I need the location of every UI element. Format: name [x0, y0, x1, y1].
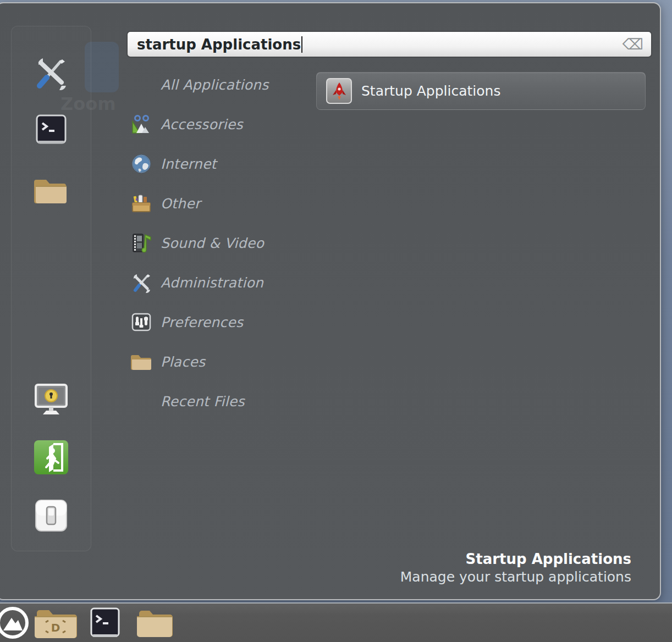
category-label: Places	[161, 354, 205, 370]
category-sound-video[interactable]: Sound & Video	[131, 223, 268, 263]
accessories-icon	[131, 114, 152, 135]
category-label: Administration	[161, 275, 263, 291]
sidebar-item-shutdown[interactable]	[34, 498, 69, 533]
selected-app-name: Startup Applications	[400, 551, 631, 567]
power-switch-icon	[35, 499, 68, 532]
preferences-sliders-icon	[131, 312, 152, 333]
sidebar-item-files[interactable]	[33, 174, 69, 207]
category-label: Accessories	[161, 117, 243, 132]
sidebar-item-terminal[interactable]	[35, 113, 68, 146]
category-recent-files[interactable]: Recent Files	[131, 381, 268, 421]
toolbox-icon	[131, 193, 152, 214]
category-other[interactable]: Other	[131, 184, 268, 223]
application-menu-window: Zoom	[0, 2, 661, 600]
category-label: Internet	[161, 156, 217, 172]
sound-video-icon	[131, 233, 152, 253]
taskbar-item-desktop-folder[interactable]: D	[31, 603, 80, 642]
result-label: Startup Applications	[361, 83, 500, 99]
terminal-icon	[36, 114, 67, 145]
text-caret	[301, 36, 302, 53]
taskbar-menu-button[interactable]	[0, 603, 31, 642]
category-all-applications[interactable]: All Applications	[131, 65, 268, 104]
search-input[interactable]: startup Applications ⌫	[126, 31, 652, 58]
monitor-lock-icon	[34, 383, 68, 416]
sidebar-item-logout[interactable]	[32, 439, 70, 476]
category-label: Recent Files	[161, 394, 245, 409]
category-label: All Applications	[161, 77, 268, 93]
rocket-icon	[326, 78, 352, 104]
globe-icon	[131, 153, 152, 174]
folder-icon	[136, 608, 173, 638]
category-administration[interactable]: Administration	[131, 263, 268, 302]
clear-search-icon[interactable]: ⌫	[623, 37, 643, 52]
selected-app-info: Startup Applications Manage your startup…	[400, 551, 631, 585]
category-label: Sound & Video	[161, 235, 264, 251]
selected-app-description: Manage your startup applications	[400, 569, 631, 585]
sidebar-item-system-tools[interactable]	[31, 53, 71, 93]
taskbar-item-files[interactable]	[130, 603, 179, 642]
mint-logo-icon	[0, 606, 31, 640]
folder-icon	[131, 351, 152, 372]
favorites-sidebar	[11, 26, 91, 551]
category-label: Other	[161, 196, 200, 212]
search-input-value: startup Applications	[137, 36, 301, 53]
result-startup-applications[interactable]: Startup Applications	[316, 72, 646, 110]
taskbar-item-terminal[interactable]	[80, 603, 130, 642]
category-preferences[interactable]: Preferences	[131, 302, 268, 342]
admin-tools-icon	[131, 272, 152, 293]
wrench-screwdriver-icon	[32, 54, 70, 92]
svg-text:D: D	[51, 621, 60, 634]
taskbar: D	[0, 602, 672, 642]
exit-door-icon	[34, 440, 69, 475]
sidebar-item-lock-screen[interactable]	[33, 383, 69, 417]
folder-icon	[34, 175, 68, 205]
folder-d-icon: D	[34, 607, 78, 639]
category-label: Preferences	[161, 314, 243, 330]
category-places[interactable]: Places	[131, 342, 268, 381]
category-accessories[interactable]: Accessories	[131, 104, 268, 144]
category-internet[interactable]: Internet	[131, 144, 268, 184]
terminal-icon	[90, 607, 120, 638]
category-list: All Applications Accessories	[131, 65, 268, 421]
